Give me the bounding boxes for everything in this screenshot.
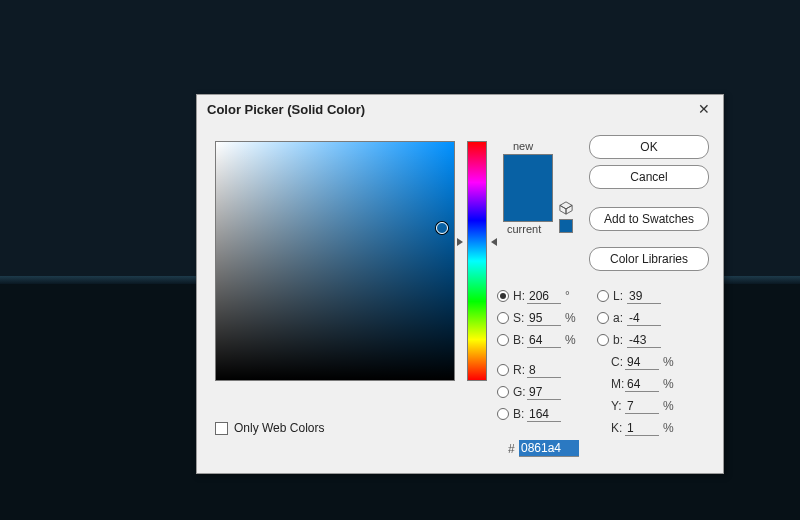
hex-hash: # bbox=[508, 442, 515, 456]
lab-a-row: a: bbox=[597, 309, 661, 327]
hex-input[interactable] bbox=[519, 440, 579, 457]
add-to-swatches-button[interactable]: Add to Swatches bbox=[589, 207, 709, 231]
cyan-unit: % bbox=[663, 355, 677, 369]
hue-radio[interactable] bbox=[497, 290, 509, 302]
cyan-row: C: % bbox=[611, 353, 677, 371]
blue-label: B: bbox=[513, 407, 527, 421]
green-label: G: bbox=[513, 385, 527, 399]
lab-a-input[interactable] bbox=[627, 311, 661, 326]
lab-l-row: L: bbox=[597, 287, 661, 305]
color-preview-swatch bbox=[503, 154, 553, 222]
yellow-row: Y: % bbox=[611, 397, 677, 415]
cyan-label: C: bbox=[611, 355, 625, 369]
red-radio[interactable] bbox=[497, 364, 509, 376]
lab-l-input[interactable] bbox=[627, 289, 661, 304]
lab-l-label: L: bbox=[613, 289, 627, 303]
brightness-input[interactable] bbox=[527, 333, 561, 348]
only-web-colors-label: Only Web Colors bbox=[234, 421, 324, 435]
lab-b-radio[interactable] bbox=[597, 334, 609, 346]
color-field[interactable] bbox=[215, 141, 455, 381]
red-input[interactable] bbox=[527, 363, 561, 378]
lab-a-label: a: bbox=[613, 311, 627, 325]
red-label: R: bbox=[513, 363, 527, 377]
current-color-swatch[interactable] bbox=[504, 188, 552, 221]
only-web-colors-checkbox[interactable]: Only Web Colors bbox=[215, 421, 324, 435]
ok-label: OK bbox=[640, 140, 657, 154]
hue-label: H: bbox=[513, 289, 527, 303]
yellow-input[interactable] bbox=[625, 399, 659, 414]
lab-l-radio[interactable] bbox=[597, 290, 609, 302]
color-field-cursor[interactable] bbox=[436, 222, 448, 234]
magenta-label: M: bbox=[611, 377, 625, 391]
cube-icon bbox=[559, 201, 573, 215]
cancel-button[interactable]: Cancel bbox=[589, 165, 709, 189]
saturation-row: S: % bbox=[497, 309, 579, 327]
black-input[interactable] bbox=[625, 421, 659, 436]
add-swatches-label: Add to Swatches bbox=[604, 212, 694, 226]
checkbox-icon bbox=[215, 422, 228, 435]
saturation-unit: % bbox=[565, 311, 579, 325]
new-color-label: new bbox=[513, 140, 533, 152]
dialog-titlebar[interactable]: Color Picker (Solid Color) ✕ bbox=[197, 95, 723, 123]
dialog-title: Color Picker (Solid Color) bbox=[207, 102, 691, 117]
cancel-label: Cancel bbox=[630, 170, 667, 184]
blue-input[interactable] bbox=[527, 407, 561, 422]
new-color-swatch bbox=[504, 155, 552, 188]
hue-row: H: ° bbox=[497, 287, 579, 305]
saturation-label: S: bbox=[513, 311, 527, 325]
red-row: R: bbox=[497, 361, 561, 379]
cyan-input[interactable] bbox=[625, 355, 659, 370]
lab-a-radio[interactable] bbox=[597, 312, 609, 324]
black-unit: % bbox=[663, 421, 677, 435]
color-libraries-label: Color Libraries bbox=[610, 252, 688, 266]
current-color-label: current bbox=[507, 223, 541, 235]
green-row: G: bbox=[497, 383, 561, 401]
ok-button[interactable]: OK bbox=[589, 135, 709, 159]
brightness-unit: % bbox=[565, 333, 579, 347]
color-libraries-button[interactable]: Color Libraries bbox=[589, 247, 709, 271]
brightness-label: B: bbox=[513, 333, 527, 347]
green-input[interactable] bbox=[527, 385, 561, 400]
magenta-unit: % bbox=[663, 377, 677, 391]
close-icon: ✕ bbox=[698, 101, 710, 117]
brightness-radio[interactable] bbox=[497, 334, 509, 346]
hue-slider[interactable] bbox=[467, 141, 487, 381]
brightness-row: B: % bbox=[497, 331, 579, 349]
blue-radio[interactable] bbox=[497, 408, 509, 420]
hue-unit: ° bbox=[565, 289, 579, 303]
black-row: K: % bbox=[611, 419, 677, 437]
lab-b-row: b: bbox=[597, 331, 661, 349]
yellow-unit: % bbox=[663, 399, 677, 413]
out-of-gamut-swatch[interactable] bbox=[559, 219, 573, 233]
lab-b-label: b: bbox=[613, 333, 627, 347]
yellow-label: Y: bbox=[611, 399, 625, 413]
saturation-radio[interactable] bbox=[497, 312, 509, 324]
lab-b-input[interactable] bbox=[627, 333, 661, 348]
magenta-row: M: % bbox=[611, 375, 677, 393]
saturation-input[interactable] bbox=[527, 311, 561, 326]
green-radio[interactable] bbox=[497, 386, 509, 398]
magenta-input[interactable] bbox=[625, 377, 659, 392]
hue-input[interactable] bbox=[527, 289, 561, 304]
color-picker-dialog: Color Picker (Solid Color) ✕ new current… bbox=[196, 94, 724, 474]
black-label: K: bbox=[611, 421, 625, 435]
blue-row: B: bbox=[497, 405, 561, 423]
close-button[interactable]: ✕ bbox=[691, 99, 717, 119]
